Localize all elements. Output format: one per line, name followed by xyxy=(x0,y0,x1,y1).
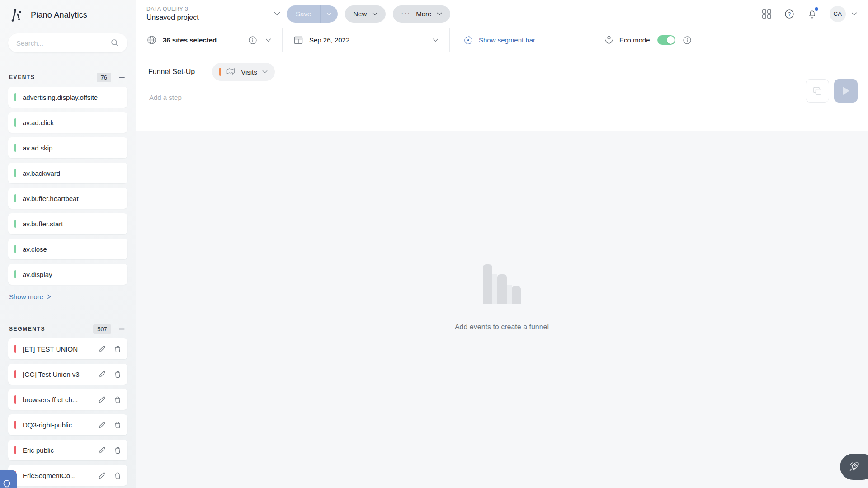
user-avatar[interactable]: CA xyxy=(830,6,846,22)
svg-text:?: ? xyxy=(788,11,791,17)
date-selector[interactable]: Sep 26, 2022 xyxy=(283,28,450,52)
account-chevron-down-icon[interactable] xyxy=(851,12,857,16)
duplicate-button[interactable] xyxy=(806,79,829,103)
top-bar: DATA QUERY 3 Unsaved project Save New xyxy=(136,0,868,28)
date-label: Sep 26, 2022 xyxy=(309,36,349,44)
toggle-knob xyxy=(667,36,675,44)
edit-segment-icon[interactable] xyxy=(98,370,106,379)
query-label: DATA QUERY 3 xyxy=(146,6,274,12)
help-widget-button[interactable] xyxy=(0,470,17,488)
journey-map-icon xyxy=(226,67,236,76)
edit-segment-icon[interactable] xyxy=(98,395,106,404)
eco-mode-control: Eco mode xyxy=(604,28,703,52)
eco-info-icon[interactable] xyxy=(683,36,692,45)
event-label: av.backward xyxy=(23,169,122,177)
show-more-label: Show more xyxy=(9,293,43,300)
segment-accent-bar xyxy=(14,421,16,429)
project-selector[interactable]: DATA QUERY 3 Unsaved project xyxy=(146,6,280,22)
event-accent-bar xyxy=(14,245,16,253)
delete-segment-icon[interactable] xyxy=(113,421,122,429)
event-item[interactable]: av.close xyxy=(8,239,127,259)
segment-label: browsers ff et ch... xyxy=(23,396,95,404)
brand: Piano Analytics xyxy=(8,0,127,30)
save-dropdown-button[interactable] xyxy=(321,5,338,23)
metric-selector[interactable]: Visits xyxy=(212,63,275,81)
eco-mode-label: Eco mode xyxy=(619,36,650,44)
segment-target-icon xyxy=(463,35,473,45)
events-section-label: EVENTS xyxy=(9,74,91,80)
chevron-down-icon xyxy=(372,12,377,16)
funnel-actions xyxy=(806,79,858,103)
eco-mode-toggle[interactable] xyxy=(657,35,675,45)
apps-grid-icon[interactable] xyxy=(762,9,772,19)
event-item[interactable]: av.display xyxy=(8,264,127,285)
delete-segment-icon[interactable] xyxy=(113,471,122,480)
segment-item[interactable]: [ET] TEST UNION xyxy=(8,338,127,359)
more-button-label: More xyxy=(416,10,431,18)
more-button[interactable]: ··· More xyxy=(393,5,450,23)
event-label: av.ad.skip xyxy=(23,144,122,152)
segment-item[interactable]: [GC] Test Union v3 xyxy=(8,364,127,385)
event-item[interactable]: advertising.display.offsite xyxy=(8,87,127,108)
delete-segment-icon[interactable] xyxy=(113,370,122,379)
piano-analytics-logo-icon xyxy=(9,7,25,23)
event-label: av.display xyxy=(23,271,122,278)
events-collapse-icon[interactable] xyxy=(117,72,127,82)
event-item[interactable]: av.ad.click xyxy=(8,112,127,133)
sites-selector[interactable]: 36 sites selected xyxy=(136,28,283,52)
search-input[interactable] xyxy=(16,39,110,47)
events-section-header: EVENTS 76 xyxy=(8,72,127,82)
search-icon xyxy=(110,38,119,47)
calendar-icon xyxy=(293,35,303,45)
event-item[interactable]: av.buffer.heartbeat xyxy=(8,188,127,209)
delete-segment-icon[interactable] xyxy=(113,345,122,353)
segments-section-label: SEGMENTS xyxy=(9,326,88,332)
segment-item[interactable]: browsers ff et ch... xyxy=(8,389,127,410)
ellipsis-icon: ··· xyxy=(401,9,410,17)
new-button[interactable]: New xyxy=(345,5,386,23)
funnel-setup-panel: Funnel Set-Up Visits Add a step xyxy=(136,52,868,131)
date-chevron-down-icon[interactable] xyxy=(433,38,439,42)
segment-label: Eric public xyxy=(23,446,95,454)
segment-item[interactable]: EricSegmentCo... xyxy=(8,465,127,486)
segment-item[interactable]: Eric public xyxy=(8,440,127,460)
segment-label: [GC] Test Union v3 xyxy=(23,371,95,378)
segment-accent-bar xyxy=(14,370,16,378)
chevron-down-icon xyxy=(262,70,268,74)
show-more-link[interactable]: Show more xyxy=(8,293,127,300)
help-icon[interactable]: ? xyxy=(784,9,795,19)
segment-label: [ET] TEST UNION xyxy=(23,345,95,353)
segment-accent-bar xyxy=(14,345,16,353)
delete-segment-icon[interactable] xyxy=(113,395,122,404)
empty-state: Add events to create a funnel xyxy=(455,264,549,331)
empty-state-text: Add events to create a funnel xyxy=(455,323,549,331)
event-item[interactable]: av.buffer.start xyxy=(8,213,127,234)
show-segment-bar-control[interactable]: Show segment bar xyxy=(450,28,604,52)
event-item[interactable]: av.backward xyxy=(8,163,127,183)
filter-bar: 36 sites selected Sep 26, 2022 xyxy=(136,28,868,52)
save-button[interactable]: Save xyxy=(287,5,338,23)
delete-segment-icon[interactable] xyxy=(113,446,122,455)
segment-item[interactable]: DQ3-right-public... xyxy=(8,414,127,435)
event-label: av.buffer.start xyxy=(23,220,122,228)
event-accent-bar xyxy=(14,118,16,127)
edit-segment-icon[interactable] xyxy=(98,345,106,353)
notifications-bell-icon[interactable] xyxy=(807,9,817,19)
sites-chevron-down-icon[interactable] xyxy=(265,38,271,42)
segments-collapse-icon[interactable] xyxy=(117,324,127,334)
segment-accent-bar xyxy=(14,395,16,404)
events-count-badge: 76 xyxy=(97,73,111,82)
rocket-button[interactable] xyxy=(840,454,868,480)
edit-segment-icon[interactable] xyxy=(98,421,106,429)
edit-segment-icon[interactable] xyxy=(98,446,106,455)
chevron-down-icon xyxy=(437,12,442,16)
edit-segment-icon[interactable] xyxy=(98,471,106,480)
save-button-label: Save xyxy=(287,5,320,23)
run-query-button[interactable] xyxy=(834,79,858,103)
segments-section-header: SEGMENTS 507 xyxy=(8,324,127,334)
lightbulb-icon xyxy=(1,479,13,488)
add-step-placeholder[interactable]: Add a step xyxy=(148,94,855,101)
segment-label: DQ3-right-public... xyxy=(23,421,95,429)
event-item[interactable]: av.ad.skip xyxy=(8,137,127,158)
sites-info-icon[interactable] xyxy=(248,36,257,45)
